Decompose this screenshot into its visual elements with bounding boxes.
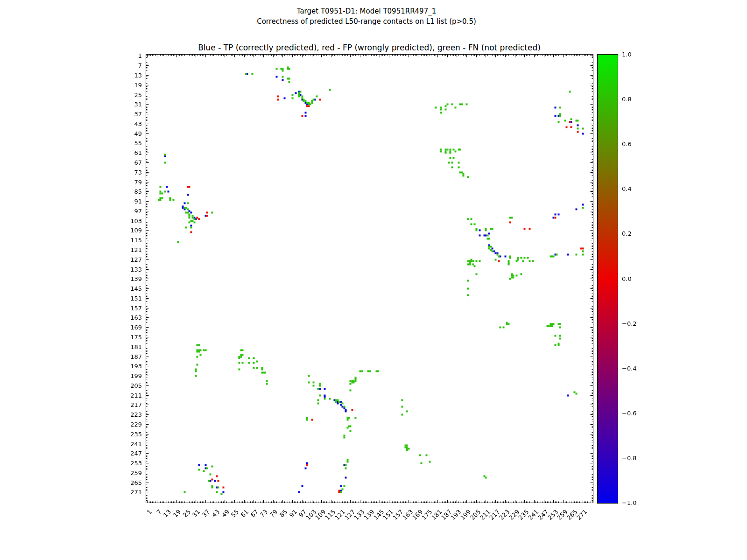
colorbar-tick-label: −0.8 bbox=[622, 455, 637, 462]
colorbar-tick-label: −0.6 bbox=[622, 410, 637, 417]
y-tick-label: 43 bbox=[114, 120, 142, 127]
y-tick-label: 73 bbox=[114, 168, 142, 175]
y-tick-label: 139 bbox=[114, 275, 142, 282]
y-tick-label: 49 bbox=[114, 130, 142, 137]
colorbar-tick-label: 0.8 bbox=[622, 96, 632, 103]
y-tick-label: 133 bbox=[114, 266, 142, 273]
y-tick-label: 55 bbox=[114, 140, 142, 147]
y-tick-label: 1 bbox=[114, 52, 142, 59]
y-tick-label: 247 bbox=[114, 450, 142, 457]
y-tick-label: 151 bbox=[114, 294, 142, 301]
y-tick-label: 97 bbox=[114, 207, 142, 214]
y-tick-label: 169 bbox=[114, 324, 142, 331]
y-tick-label: 199 bbox=[114, 372, 142, 379]
colorbar-gradient bbox=[597, 54, 618, 504]
y-tick-label: 205 bbox=[114, 382, 142, 389]
y-tick-label: 13 bbox=[114, 72, 142, 79]
y-tick-label: 85 bbox=[114, 188, 142, 195]
colorbar-tick-label: 0.0 bbox=[622, 275, 632, 282]
colorbar-tick-label: −0.4 bbox=[622, 365, 637, 372]
y-tick-label: 157 bbox=[114, 304, 142, 311]
y-tick-label: 259 bbox=[114, 469, 142, 476]
colorbar-tick-label: −0.2 bbox=[622, 320, 637, 327]
colorbar-tick-label: 1.0 bbox=[622, 51, 632, 58]
y-tick-label: 193 bbox=[114, 363, 142, 370]
colorbar-tick-label: 0.4 bbox=[622, 185, 632, 192]
y-tick-label: 235 bbox=[114, 430, 142, 437]
y-tick-label: 211 bbox=[114, 392, 142, 399]
y-tick-label: 241 bbox=[114, 440, 142, 447]
y-tick-label: 271 bbox=[114, 489, 142, 496]
y-tick-label: 253 bbox=[114, 460, 142, 467]
y-tick-label: 31 bbox=[114, 101, 142, 108]
y-tick-label: 61 bbox=[114, 149, 142, 156]
y-tick-label: 187 bbox=[114, 353, 142, 360]
y-tick-label: 127 bbox=[114, 256, 142, 263]
y-tick-label: 109 bbox=[114, 227, 142, 234]
y-tick-label: 25 bbox=[114, 91, 142, 98]
figure: Target T0951-D1: Model T0951RR497_1 Corr… bbox=[0, 0, 747, 560]
y-tick-label: 145 bbox=[114, 285, 142, 292]
y-tick-label: 37 bbox=[114, 111, 142, 118]
colorbar-tick-label: 0.6 bbox=[622, 140, 632, 147]
y-tick-label: 217 bbox=[114, 401, 142, 408]
contact-map-canvas bbox=[0, 0, 747, 560]
y-tick-label: 181 bbox=[114, 343, 142, 350]
y-tick-label: 7 bbox=[114, 62, 142, 69]
y-tick-label: 91 bbox=[114, 198, 142, 205]
colorbar-tick-label: 0.2 bbox=[622, 230, 632, 237]
y-tick-label: 163 bbox=[114, 314, 142, 321]
y-tick-label: 265 bbox=[114, 479, 142, 486]
y-tick-label: 67 bbox=[114, 159, 142, 166]
y-tick-label: 121 bbox=[114, 246, 142, 253]
y-tick-label: 79 bbox=[114, 178, 142, 185]
colorbar-tick-label: −1.0 bbox=[622, 499, 637, 506]
y-tick-label: 115 bbox=[114, 237, 142, 244]
y-tick-label: 19 bbox=[114, 81, 142, 88]
y-tick-label: 223 bbox=[114, 411, 142, 418]
y-tick-label: 175 bbox=[114, 334, 142, 341]
y-tick-label: 103 bbox=[114, 217, 142, 224]
y-tick-label: 229 bbox=[114, 421, 142, 428]
